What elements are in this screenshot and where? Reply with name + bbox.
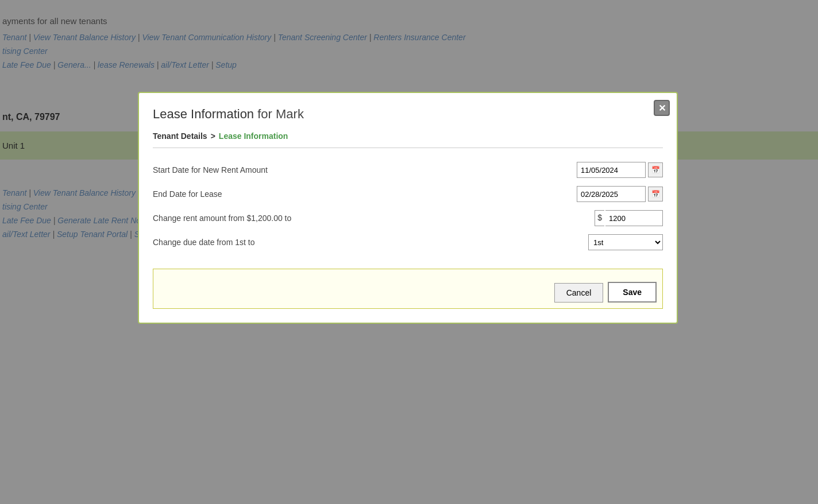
end-date-row: End Date for Lease 📅 xyxy=(153,186,663,202)
end-date-input[interactable] xyxy=(577,186,646,202)
rent-amount-input[interactable] xyxy=(605,210,663,226)
start-date-label: Start Date for New Rent Amount xyxy=(153,165,577,175)
notes-action-area: Cancel Save xyxy=(153,269,663,309)
lease-information-modal: ✕ Lease Information for Mark Tenant Deta… xyxy=(138,92,678,324)
rent-amount-label: Change rent amount from $1,200.00 to xyxy=(153,214,595,223)
rent-amount-input-group: $ xyxy=(595,210,663,226)
breadcrumb-separator: > xyxy=(211,131,215,141)
cancel-button[interactable]: Cancel xyxy=(554,283,604,303)
calendar-icon: 📅 xyxy=(651,166,660,173)
start-date-input-group: 📅 xyxy=(577,162,663,178)
end-date-input-group: 📅 xyxy=(577,186,663,202)
start-date-calendar-button[interactable]: 📅 xyxy=(648,162,663,177)
lease-form: Start Date for New Rent Amount 📅 End Dat… xyxy=(153,157,663,263)
due-date-select[interactable]: 1st 2nd 3rd 4th 5th 10th 15th 20th 25th xyxy=(588,234,663,250)
calendar-icon-2: 📅 xyxy=(651,191,660,197)
due-date-label: Change due date from 1st to xyxy=(153,238,588,247)
dollar-sign: $ xyxy=(595,210,604,226)
modal-close-button[interactable]: ✕ xyxy=(654,100,670,116)
due-date-row: Change due date from 1st to 1st 2nd 3rd … xyxy=(153,234,663,250)
modal-title: Lease Information for Mark xyxy=(153,104,663,122)
start-date-row: Start Date for New Rent Amount 📅 xyxy=(153,162,663,178)
start-date-input[interactable] xyxy=(577,162,646,178)
rent-amount-row: Change rent amount from $1,200.00 to $ xyxy=(153,210,663,226)
end-date-label: End Date for Lease xyxy=(153,189,577,199)
breadcrumb: Tenant Details > Lease Information xyxy=(153,131,663,148)
end-date-calendar-button[interactable]: 📅 xyxy=(648,187,663,201)
breadcrumb-tenant-details[interactable]: Tenant Details xyxy=(153,131,207,141)
breadcrumb-current: Lease Information xyxy=(219,131,288,141)
save-button[interactable]: Save xyxy=(608,282,657,303)
